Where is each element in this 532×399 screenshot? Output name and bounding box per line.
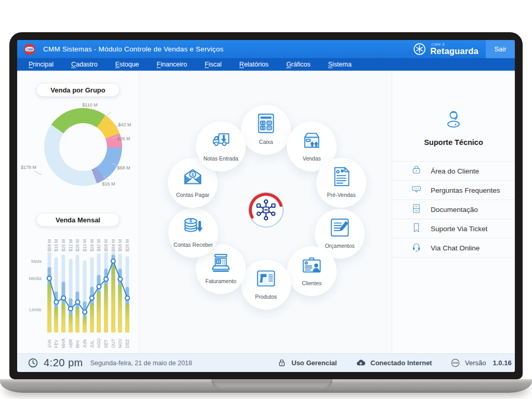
svg-text:$: $	[190, 218, 192, 223]
donut-slice-label: $16 M	[102, 181, 115, 187]
donut-slice-label: $42 M	[118, 122, 131, 127]
svg-text:CMM: CMM	[26, 47, 33, 50]
y-axis-label-limite: Limite	[29, 307, 42, 312]
support-agent-icon	[443, 109, 464, 131]
menu-item-cadastro[interactable]: Cadastro	[71, 61, 98, 68]
menu-item-principal[interactable]: Principal	[29, 61, 54, 68]
menu-item-financeiro[interactable]: Financeiro	[157, 61, 187, 68]
cmm-badge-icon: cmm	[450, 358, 460, 368]
y-axis-label-meta: Meta	[31, 259, 42, 264]
network-hub-icon	[246, 190, 286, 230]
product-brand: CMM 8 Retaguarda	[413, 40, 486, 58]
id-card-icon	[300, 253, 324, 279]
window-title: CMM Sistemas - Módulo Controle de Vendas…	[43, 45, 223, 53]
leader-line	[105, 112, 111, 117]
support-item-via-chat-online[interactable]: Via Chat Online	[392, 238, 515, 258]
support-header: Suporte Técnico	[392, 109, 515, 147]
usage-mode-label: Uso Gerencial	[291, 359, 337, 367]
donut-slice-label: $68 M	[117, 165, 130, 170]
status-date: Segunda-feira, 21 de maio de 2018	[90, 360, 192, 367]
svg-text:$: $	[192, 172, 194, 177]
padlock-icon	[410, 164, 423, 179]
month-label: NOV	[117, 335, 123, 348]
month-label: SET	[103, 335, 109, 348]
connection-group: Conectado Internet	[356, 354, 432, 372]
hub-item-label: Vendas	[302, 155, 321, 162]
hub-item-produtos[interactable]: Produtos	[241, 260, 291, 310]
clock-icon	[28, 357, 38, 368]
menu-item-estoque[interactable]: Estoque	[115, 61, 139, 68]
chat-bubble-dots-icon	[410, 183, 423, 198]
value-label: $26 M	[75, 234, 80, 251]
cloud-icon	[356, 358, 366, 368]
connection-label: Conectado Internet	[370, 359, 432, 367]
month-label: DEZ	[125, 335, 130, 348]
truck-arrow-down-icon	[209, 128, 233, 154]
menu-item-sistema[interactable]: Sistema	[328, 61, 351, 68]
trend-line	[46, 250, 131, 332]
support-item-label: Área do Cliente	[431, 167, 479, 175]
menu-bar: PrincipalCadastroEstoqueFinanceiroFiscal…	[17, 58, 515, 71]
barcode-scanner-icon	[254, 267, 278, 292]
support-list: Área do Cliente Perguntas Frequentes Doc…	[392, 161, 515, 258]
titlebar: CMM CMM Sistemas - Módulo Controle de Ve…	[17, 40, 515, 58]
value-label: $13 M	[82, 234, 87, 251]
support-item-perguntas-frequentes[interactable]: Perguntas Frequentes	[392, 181, 515, 200]
month-label: MAI	[75, 335, 80, 348]
month-label: JAN	[47, 335, 52, 348]
exit-button[interactable]: Sair	[486, 40, 515, 58]
product-name: Retaguarda	[430, 47, 478, 56]
version-label: Versão	[465, 359, 486, 367]
month-label: JUL	[89, 335, 95, 348]
hub-item-notas-entrada[interactable]: Notas Entrada	[196, 122, 246, 171]
menu-item-fiscal[interactable]: Fiscal	[205, 61, 222, 68]
support-item-documentacao[interactable]: Documentação	[392, 200, 515, 219]
hub-item-contas-receber[interactable]: $ Contas Receber	[168, 208, 218, 258]
value-label: $42 M	[96, 234, 101, 251]
hub-item-pre-vendas[interactable]: Pré-Vendas	[316, 158, 366, 208]
leader-line	[34, 170, 42, 175]
group-chart-title: Venda por Grupo	[36, 83, 119, 97]
hub-item-label: Clientes	[302, 280, 322, 286]
main-content: Venda por Grupo $110 M $42 M $26 M $68 M…	[17, 71, 515, 353]
support-title: Suporte Técnico	[392, 138, 515, 147]
value-label: $16 M	[54, 234, 59, 251]
monthly-chart: $58 MJAN$16 MFEV$26 MMAR$12 MABR$26 MMAI…	[46, 250, 131, 332]
hub-item-label: Pré-Vendas	[327, 192, 356, 198]
y-axis-label-media: Média	[29, 276, 42, 281]
donut-chart	[44, 108, 122, 186]
month-label: JUN	[82, 335, 87, 348]
svg-text:$: $	[218, 259, 220, 264]
hub-item-label: Orçamentos	[325, 243, 354, 249]
value-label: $58 M	[117, 234, 123, 251]
cash-register-icon: $	[209, 251, 233, 277]
monthly-chart-title: Venda Mensal	[36, 213, 119, 227]
menu-item-relatorios[interactable]: Relatórios	[240, 61, 269, 68]
envelope-money-icon: $	[181, 165, 205, 191]
support-item-area-do-cliente[interactable]: Área do Cliente	[392, 162, 515, 181]
coins-arrow-down-icon: $	[181, 215, 205, 241]
value-label: $26 M	[125, 234, 130, 251]
menu-item-graficos[interactable]: Gráficos	[286, 61, 311, 68]
cmm-logo-icon: CMM	[23, 43, 36, 56]
value-label: $12 M	[68, 234, 73, 251]
status-time: 4:20 pm	[44, 357, 83, 369]
product-edition: CMM 8	[431, 43, 478, 47]
app-window: CMM CMM Sistemas - Módulo Controle de Ve…	[17, 40, 515, 372]
charts-panel: Venda por Grupo $110 M $42 M $26 M $68 M…	[17, 71, 139, 353]
calculator-icon	[254, 112, 278, 138]
hub-item-clientes[interactable]: Clientes	[287, 246, 337, 296]
headset-icon	[410, 241, 423, 256]
box-arrows-up-icon	[300, 128, 324, 154]
month-label: FEV	[54, 335, 59, 348]
support-item-label: Documentação	[431, 206, 478, 214]
donut-slice-label: $26 M	[117, 136, 130, 141]
hub-item-label: Faturamento	[205, 278, 236, 284]
version-value: 1.0.16	[493, 359, 511, 367]
value-label: $94 M	[111, 234, 116, 251]
hub-item-caixa[interactable]: Caixa	[241, 105, 291, 155]
support-item-suporte-via-ticket[interactable]: Suporte Via Ticket	[392, 219, 515, 238]
laptop-notch	[211, 379, 332, 389]
status-bar: 4:20 pm Segunda-feira, 21 de maio de 201…	[17, 353, 515, 372]
usage-mode-group: Uso Gerencial	[277, 354, 337, 372]
